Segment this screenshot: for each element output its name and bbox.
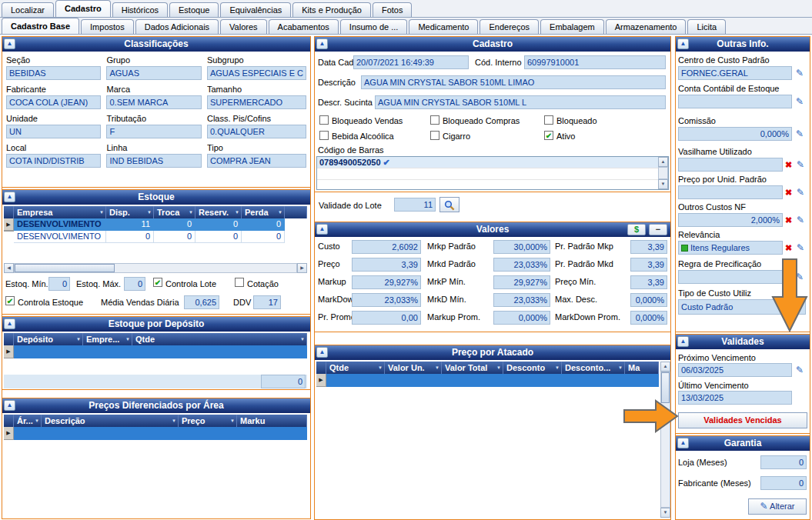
chevron-down-icon[interactable]: ▼ — [433, 365, 439, 370]
markdown-field[interactable]: 23,033% — [352, 293, 421, 307]
validade-lote-field[interactable]: 11 — [394, 198, 436, 212]
estoque-row-selected[interactable]: ▶ DESENVOLVIMENTO 11 0 0 0 — [4, 218, 307, 231]
scroll-down-icon[interactable]: ▼ — [660, 508, 670, 518]
chevron-down-icon[interactable]: ▼ — [170, 418, 176, 423]
tipo-field[interactable]: COMPRA JEAN — [207, 154, 306, 168]
edit-pen-icon[interactable]: ✎ — [797, 242, 804, 253]
linha-field[interactable]: IND BEBIDAS — [106, 154, 201, 168]
vasilhame-field[interactable] — [678, 158, 783, 172]
ultimo-vencimento-field[interactable]: 13/03/2025 — [678, 391, 792, 405]
scroll-up-icon[interactable]: ▲ — [658, 157, 668, 167]
subtab-impostos[interactable]: Impostos — [81, 19, 134, 34]
cigarro-checkbox[interactable] — [430, 131, 439, 140]
scroll-up-icon[interactable]: ▲ — [660, 362, 670, 372]
centro-custo-field[interactable]: FORNEC.GERAL — [678, 66, 792, 80]
edit-pen-icon[interactable]: ✎ — [797, 187, 804, 198]
secao-field[interactable]: BEBIDAS — [6, 66, 101, 80]
col-valor-total[interactable]: Valor Total▼ — [442, 362, 503, 374]
unidade-field[interactable]: UN — [6, 125, 101, 138]
mrkp-padrao-field[interactable]: 30,000% — [493, 240, 550, 254]
local-field[interactable]: COTA IND/DISTRIB — [6, 154, 101, 168]
edit-pen-icon[interactable]: ✎ — [796, 128, 804, 139]
descricao-field[interactable]: AGUA MIN CRYSTAL SABOR 510ML LIMAO — [361, 75, 666, 89]
col-perda[interactable]: Perda▼ — [242, 206, 285, 218]
marca-field[interactable]: 0.SEM MARCA — [106, 95, 201, 109]
scroll-track[interactable] — [660, 372, 670, 508]
cod-interno-field[interactable]: 60997910001 — [524, 55, 666, 69]
col-desconto2[interactable]: Desconto...▼ — [562, 362, 625, 374]
controla-estoque-checkbox[interactable]: ✔ — [5, 296, 15, 305]
tamanho-field[interactable]: SUPERMERCADO — [207, 95, 306, 109]
fabricante-meses-field[interactable]: 0 — [760, 476, 807, 490]
edit-pen-icon[interactable]: ✎ — [796, 365, 804, 375]
tab-localizar[interactable]: Localizar — [2, 2, 54, 17]
selected-empty-row[interactable] — [14, 427, 307, 440]
collapse-up-icon[interactable]: ▲ — [677, 38, 689, 49]
scroll-right-icon[interactable]: ▶ — [297, 263, 307, 273]
estoque-row[interactable]: DESENVOLVIMENTO 0 0 0 0 — [4, 231, 307, 243]
deposito-empty-row[interactable]: ▶ — [4, 345, 307, 358]
scroll-track[interactable] — [658, 167, 668, 179]
subtab-cadastro-base[interactable]: Cadastro Base — [2, 18, 79, 34]
loja-meses-field[interactable]: 0 — [760, 455, 807, 469]
scroll-left-icon[interactable]: ◀ — [4, 263, 14, 273]
clear-x-icon[interactable]: ✖ — [785, 187, 792, 198]
scroll-down-icon[interactable]: ▼ — [658, 179, 668, 189]
preco-unid-padrao-field[interactable] — [678, 185, 783, 199]
subgrupo-field[interactable]: AGUAS ESPECIAIS E C — [207, 66, 306, 80]
chevron-down-icon[interactable]: ▼ — [229, 418, 235, 423]
tab-fotos[interactable]: Fotos — [373, 2, 413, 17]
preco-field[interactable]: 3,39 — [352, 258, 421, 272]
descr-sucinta-field[interactable]: AGUA MIN CRYSTAL SABOR 510ML L — [375, 95, 666, 109]
collapse-up-icon[interactable]: ▲ — [316, 38, 328, 49]
col-empresa[interactable]: Empre...▼ — [83, 333, 132, 345]
cell-troca[interactable]: 0 — [154, 231, 195, 243]
minus-button[interactable]: − — [649, 224, 667, 235]
tab-kits-producao[interactable]: Kits e Produção — [292, 2, 371, 17]
cell-perda[interactable]: 0 — [242, 231, 285, 243]
chevron-down-icon[interactable]: ▼ — [376, 365, 383, 370]
clear-x-icon[interactable]: ✖ — [785, 215, 792, 225]
conta-contabil-field[interactable] — [678, 95, 792, 108]
subtab-acabamentos[interactable]: Acabamentos — [269, 19, 339, 34]
validade-lote-search-button[interactable] — [439, 197, 459, 212]
col-empresa[interactable]: Empresa▼ — [14, 206, 106, 218]
markup-prom-field[interactable]: 0,000% — [493, 311, 550, 325]
clear-x-icon[interactable]: ✖ — [785, 159, 792, 170]
subtab-medicamento[interactable]: Medicamento — [409, 19, 478, 34]
pr-padrao-mkp-field[interactable]: 3,39 — [630, 240, 667, 254]
media-vendas-field[interactable]: 0,625 — [184, 295, 219, 309]
subtab-armazenamento[interactable]: Armazenamento — [606, 19, 687, 34]
estoque-hscrollbar[interactable]: ◀ ▶ — [4, 263, 307, 273]
subtab-licita[interactable]: Licita — [687, 19, 726, 34]
subtab-embalagem[interactable]: Embalagem — [540, 19, 604, 34]
col-ma[interactable]: Ma — [625, 362, 659, 374]
cell-troca[interactable]: 0 — [154, 218, 195, 231]
subtab-dados-adicionais[interactable]: Dados Adicionais — [135, 19, 219, 34]
mrkd-min-field[interactable]: 23,033% — [493, 293, 550, 307]
ddv-field[interactable]: 17 — [253, 295, 281, 309]
collapse-up-icon[interactable]: ▲ — [4, 192, 15, 202]
col-qtde[interactable]: Qtde▼ — [132, 333, 307, 345]
cell-reserv[interactable]: 0 — [195, 218, 242, 231]
edit-pen-icon[interactable]: ✎ — [796, 68, 804, 78]
custo-field[interactable]: 2,6092 — [352, 240, 421, 254]
selected-empty-row[interactable] — [326, 374, 659, 387]
collapse-up-icon[interactable]: ▲ — [4, 38, 15, 49]
estoq-min-field[interactable]: 0 — [48, 277, 70, 291]
col-disp[interactable]: Disp.▼ — [106, 206, 154, 218]
bloqueado-compras-checkbox[interactable] — [430, 115, 439, 125]
alterar-button[interactable]: ✎ Alterar — [748, 498, 807, 515]
mrkp-min-field[interactable]: 29,927% — [493, 275, 550, 289]
bebida-alcoolica-checkbox[interactable] — [319, 131, 329, 140]
comissao-field[interactable]: 0,000% — [678, 127, 792, 141]
col-deposito[interactable]: Depósito▼ — [14, 333, 83, 345]
barcode-value[interactable]: 0789490052050 — [319, 158, 381, 167]
chevron-down-icon[interactable]: ▼ — [187, 210, 193, 215]
scroll-track[interactable] — [14, 263, 297, 273]
cell-empresa[interactable]: DESENVOLVIMENTO — [14, 218, 106, 231]
pr-padrao-mkd-field[interactable]: 3,39 — [630, 258, 667, 272]
chevron-down-icon[interactable]: ▼ — [617, 365, 623, 370]
atacado-vscrollbar[interactable]: ▲ ▼ — [660, 362, 670, 518]
controla-lote-checkbox[interactable]: ✔ — [153, 278, 162, 287]
